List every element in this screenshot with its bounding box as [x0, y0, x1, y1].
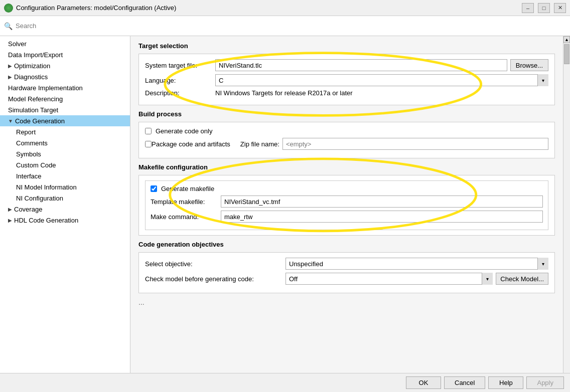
check-model-label: Check model before generating code: — [145, 275, 286, 283]
cancel-button[interactable]: Cancel — [444, 376, 485, 389]
sidebar: SolverData Import/Export▶ Optimization▶ … — [0, 36, 130, 373]
template-makefile-label: Template makefile: — [151, 198, 221, 206]
sidebar-item-label-solver: Solver — [8, 40, 27, 48]
sidebar-item-ni-model-information[interactable]: NI Model Information — [0, 181, 130, 192]
select-objective-label: Select objective: — [145, 260, 286, 268]
sidebar-item-label-report: Report — [16, 128, 36, 136]
sidebar-item-label-custom-code: Custom Code — [16, 161, 56, 169]
maximize-button[interactable]: □ — [538, 3, 550, 13]
system-target-file-label: System target file: — [145, 62, 215, 69]
sidebar-item-label-simulation-target: Simulation Target — [8, 106, 58, 114]
objectives-section: Select objective: Unspecified ▾ Check mo… — [138, 252, 555, 293]
makefile-section-title: Makefile configuration — [138, 163, 555, 171]
tree-arrow-optimization: ▶ — [8, 63, 12, 69]
sidebar-item-comments[interactable]: Comments — [0, 137, 130, 148]
sidebar-item-label-code-generation: Code Generation — [15, 117, 65, 125]
sidebar-item-optimization[interactable]: ▶ Optimization — [0, 60, 130, 71]
search-icon: 🔍 — [4, 22, 13, 30]
app-icon — [4, 4, 13, 13]
check-model-row: Check model before generating code: Off … — [145, 273, 548, 285]
sidebar-item-hdl-code-generation[interactable]: ▶ HDL Code Generation — [0, 215, 130, 226]
generate-code-only-label: Generate code only — [156, 127, 212, 135]
zip-file-name-label: Zip file name: — [240, 140, 279, 148]
apply-button[interactable]: Apply — [526, 376, 564, 389]
sidebar-item-label-coverage: Coverage — [14, 206, 42, 213]
scroll-thumb — [564, 44, 569, 64]
zip-file-name-input[interactable] — [282, 138, 548, 150]
browse-button[interactable]: Browse... — [510, 59, 548, 71]
makefile-inner: Generate makefile Template makefile: Mak… — [145, 180, 548, 230]
package-code-checkbox[interactable] — [145, 141, 152, 147]
help-button[interactable]: Help — [488, 376, 523, 389]
system-target-file-input[interactable] — [215, 59, 507, 71]
sidebar-item-label-ni-configuration: NI Configuration — [16, 194, 63, 202]
sidebar-item-ni-configuration[interactable]: NI Configuration — [0, 192, 130, 204]
select-objective-wrapper: Unspecified ▾ — [286, 258, 548, 270]
package-code-label: Package code and artifacts — [152, 140, 230, 148]
make-command-input[interactable] — [221, 211, 543, 223]
select-objective-row: Select objective: Unspecified ▾ — [145, 258, 548, 270]
tree-arrow-diagnostics: ▶ — [8, 74, 12, 80]
minimize-button[interactable]: – — [522, 3, 534, 13]
template-makefile-row: Template makefile: — [151, 195, 543, 208]
sidebar-item-label-interface: Interface — [16, 172, 42, 180]
description-row: Description: NI Windows Targets for rele… — [145, 89, 548, 97]
sidebar-item-label-hardware-implementation: Hardware Implementation — [8, 84, 83, 92]
title-bar: Configuration Parameters: model/Configur… — [0, 0, 570, 16]
right-panel: Target selection System target file: Bro… — [130, 36, 563, 373]
check-model-button[interactable]: Check Model... — [496, 273, 548, 285]
system-target-file-row: System target file: Browse... — [145, 59, 548, 71]
sidebar-item-label-ni-model-information: NI Model Information — [16, 183, 77, 191]
tree-arrow-code-generation: ▼ — [8, 118, 13, 124]
search-bar: 🔍 — [0, 16, 570, 36]
sidebar-item-coverage[interactable]: ▶ Coverage — [0, 204, 130, 215]
build-process-section: Generate code only Package code and arti… — [138, 122, 555, 158]
generate-makefile-label: Generate makefile — [161, 185, 214, 192]
sidebar-item-hardware-implementation[interactable]: Hardware Implementation — [0, 82, 130, 93]
ellipsis: ... — [138, 298, 555, 306]
sidebar-item-report[interactable]: Report — [0, 126, 130, 137]
bottom-bar: OK Cancel Help Apply — [0, 373, 570, 392]
window-controls: – □ ✕ — [522, 3, 566, 13]
target-selection-title: Target selection — [138, 42, 555, 50]
tree-arrow-hdl-code-generation: ▶ — [8, 218, 12, 223]
make-command-label: Make command: — [151, 213, 221, 221]
description-value: NI Windows Targets for release R2017a or… — [215, 89, 548, 97]
sidebar-item-solver[interactable]: Solver — [0, 38, 130, 49]
sidebar-item-simulation-target[interactable]: Simulation Target — [0, 104, 130, 115]
close-button[interactable]: ✕ — [554, 3, 566, 13]
make-command-row: Make command: — [151, 211, 543, 223]
language-select-wrapper: C C++ ▾ — [215, 74, 548, 86]
generate-code-only-checkbox[interactable] — [145, 128, 152, 134]
sidebar-item-diagnostics[interactable]: ▶ Diagnostics — [0, 71, 130, 82]
sidebar-item-label-data-import-export: Data Import/Export — [8, 51, 63, 59]
generate-makefile-checkbox[interactable] — [151, 185, 157, 192]
sidebar-item-symbols[interactable]: Symbols — [0, 148, 130, 159]
target-selection-section: System target file: Browse... Language: … — [138, 54, 555, 105]
description-label: Description: — [145, 89, 215, 97]
right-scrollbar: ▲ — [563, 36, 570, 373]
template-makefile-input[interactable] — [221, 195, 543, 208]
sidebar-item-label-optimization: Optimization — [14, 62, 50, 70]
main-content: SolverData Import/Export▶ Optimization▶ … — [0, 36, 570, 373]
language-select[interactable]: C C++ — [215, 74, 548, 86]
sidebar-item-model-referencing[interactable]: Model Referencing — [0, 93, 130, 104]
search-input[interactable] — [16, 22, 566, 30]
sidebar-item-interface[interactable]: Interface — [0, 170, 130, 181]
sidebar-item-custom-code[interactable]: Custom Code — [0, 159, 130, 170]
scroll-up-btn[interactable]: ▲ — [563, 36, 570, 43]
sidebar-item-label-comments: Comments — [16, 139, 48, 147]
check-model-select[interactable]: Off On — [286, 273, 493, 285]
build-process-title: Build process — [138, 110, 555, 118]
objectives-title: Code generation objectives — [138, 241, 555, 248]
window-title: Configuration Parameters: model/Configur… — [16, 4, 522, 12]
tree-arrow-coverage: ▶ — [8, 207, 12, 212]
sidebar-item-code-generation[interactable]: ▼ Code Generation — [0, 115, 130, 126]
sidebar-item-data-import-export[interactable]: Data Import/Export — [0, 49, 130, 60]
generate-code-only-row: Generate code only — [145, 127, 548, 135]
sidebar-item-label-hdl-code-generation: HDL Code Generation — [14, 217, 78, 224]
select-objective-select[interactable]: Unspecified — [286, 258, 548, 270]
sidebar-item-label-model-referencing: Model Referencing — [8, 95, 63, 103]
ok-button[interactable]: OK — [406, 376, 441, 389]
generate-makefile-row: Generate makefile — [151, 185, 543, 192]
